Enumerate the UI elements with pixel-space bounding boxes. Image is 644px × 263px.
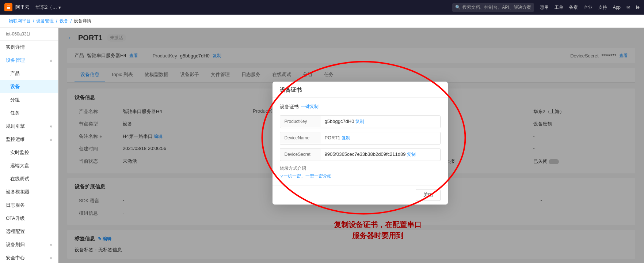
sidebar-item-log-service[interactable]: 日志服务 bbox=[0, 199, 58, 212]
nav-qiye[interactable]: 企业 bbox=[584, 4, 592, 11]
content-area: ← PORT1 未激活 产品 智驰串口服务器H4 查看 ProductKey g… bbox=[58, 28, 644, 263]
burn-note: 烧录方式介绍 bbox=[280, 165, 441, 172]
sidebar-item-device-归[interactable]: 设备划归 ∨ bbox=[0, 238, 58, 251]
sidebar-item-ota-upgrade[interactable]: OTA升级 bbox=[0, 212, 58, 225]
sidebar-item-device-simulator[interactable]: 设备模拟器 bbox=[0, 185, 58, 199]
breadcrumb: 物联网平台 / 设备管理 / 设备 / 设备详情 bbox=[0, 15, 644, 28]
top-nav-right: 🔍 搜索文档、控制台、API、解决方案 惠用 工单 备案 企业 支持 App ✉… bbox=[452, 3, 640, 12]
search-box[interactable]: 🔍 搜索文档、控制台、API、解决方案 bbox=[452, 3, 534, 12]
modal-body: 设备证书 一键复制 ProductKey g5bbggc7dH0 复制 Devi… bbox=[273, 98, 448, 185]
sidebar-item-security-center[interactable]: 安全中心 ∨ bbox=[0, 251, 58, 263]
chevron-down-icon: ∨ bbox=[50, 243, 52, 247]
modal-devicename-copy[interactable]: 复制 bbox=[342, 135, 350, 140]
certificate-modal: 设备证书 设备证书 一键复制 ProductKey g5bbggc7dH0 复制 bbox=[273, 82, 448, 204]
aliyun-logo-icon: ☰ bbox=[4, 3, 12, 11]
chevron-up-icon: ∧ bbox=[50, 138, 52, 142]
nav-huiyong[interactable]: 惠用 bbox=[540, 4, 549, 11]
search-icon: 🔍 bbox=[455, 5, 461, 10]
modal-title: 设备证书 bbox=[280, 87, 441, 94]
chevron-down-icon: ∨ bbox=[50, 124, 52, 128]
one-key-copy-btn[interactable]: 一键复制 bbox=[301, 104, 319, 110]
modal-subtitle: 设备证书 一键复制 bbox=[280, 104, 441, 110]
modal-close-button[interactable]: 关闭 bbox=[416, 189, 441, 201]
productkey-field: ProductKey g5bbggc7dH0 复制 bbox=[280, 115, 441, 128]
breadcrumb-item-4: 设备详情 bbox=[74, 18, 91, 24]
region-label: 华东2（… bbox=[35, 4, 57, 11]
breadcrumb-sep-1: / bbox=[33, 19, 34, 24]
sidebar-item-realtime-monitor[interactable]: 实时监控 bbox=[0, 146, 58, 159]
sidebar-item-instance-detail[interactable]: 实例详情 bbox=[0, 41, 58, 54]
modal-header: 设备证书 bbox=[273, 82, 448, 98]
modal-devicesecret-copy[interactable]: 复制 bbox=[407, 152, 416, 157]
burn-method-section: 烧录方式介绍 ∨一机一密、一型一密介绍 bbox=[280, 165, 441, 179]
main-layout: iot-060a031f 实例详情 设备管理 ∧ 产品 设备 分组 任务 规则引… bbox=[0, 28, 644, 263]
sidebar-item-task[interactable]: 任务 bbox=[0, 106, 58, 120]
nav-app[interactable]: App bbox=[613, 5, 621, 10]
sidebar-item-device[interactable]: 设备 bbox=[0, 80, 58, 93]
nav-user-avatar[interactable]: Ie bbox=[636, 5, 640, 10]
logo-text: 阿里云 bbox=[15, 4, 30, 11]
sidebar-item-device-management[interactable]: 设备管理 ∧ bbox=[0, 54, 58, 67]
sidebar-instance: iot-060a031f bbox=[0, 28, 58, 41]
nav-beian[interactable]: 备案 bbox=[569, 4, 578, 11]
sidebar-item-group[interactable]: 分组 bbox=[0, 93, 58, 106]
logo-area: ☰ 阿里云 bbox=[4, 3, 30, 11]
breadcrumb-sep-2: / bbox=[56, 19, 57, 24]
modal-productkey-copy[interactable]: 复制 bbox=[355, 119, 364, 124]
nav-zhichi[interactable]: 支持 bbox=[598, 4, 607, 11]
breadcrumb-item-2[interactable]: 设备管理 bbox=[36, 18, 54, 24]
breadcrumb-item-1[interactable]: 物联网平台 bbox=[9, 18, 31, 24]
sidebar-item-rule-engine[interactable]: 规则引擎 ∨ bbox=[0, 120, 58, 133]
sidebar-item-online-debug[interactable]: 在线调试 bbox=[0, 172, 58, 185]
burn-method-link[interactable]: ∨一机一密、一型一密介绍 bbox=[280, 173, 332, 179]
sidebar-item-monitor-ops[interactable]: 监控运维 ∧ bbox=[0, 133, 58, 146]
devicesecret-field: DeviceSecret 9905f0365cec7e33b38b2d09fc2… bbox=[280, 148, 441, 161]
chevron-down-icon: ∨ bbox=[50, 256, 52, 260]
sidebar: iot-060a031f 实例详情 设备管理 ∧ 产品 设备 分组 任务 规则引… bbox=[0, 28, 58, 263]
devicename-field: DeviceName PORT1 复制 bbox=[280, 132, 441, 144]
region-selector[interactable]: 华东2（… ▾ bbox=[35, 4, 61, 11]
chevron-up-icon: ∧ bbox=[50, 59, 52, 63]
sidebar-item-remote-config[interactable]: 远程配置 bbox=[0, 225, 58, 238]
sidebar-item-product[interactable]: 产品 bbox=[0, 67, 58, 80]
top-nav: ☰ 阿里云 华东2（… ▾ 🔍 搜索文档、控制台、API、解决方案 惠用 工单 … bbox=[0, 0, 644, 15]
nav-gongdan[interactable]: 工单 bbox=[555, 4, 563, 11]
search-placeholder: 搜索文档、控制台、API、解决方案 bbox=[462, 4, 531, 11]
sidebar-item-remote-dashboard[interactable]: 远端大盘 bbox=[0, 159, 58, 172]
nav-icon-mail: ✉ bbox=[626, 5, 630, 10]
modal-footer: 关闭 bbox=[273, 185, 448, 204]
breadcrumb-sep-3: / bbox=[71, 19, 72, 24]
chevron-down-icon: ▾ bbox=[58, 5, 61, 10]
breadcrumb-item-3[interactable]: 设备 bbox=[60, 18, 68, 24]
